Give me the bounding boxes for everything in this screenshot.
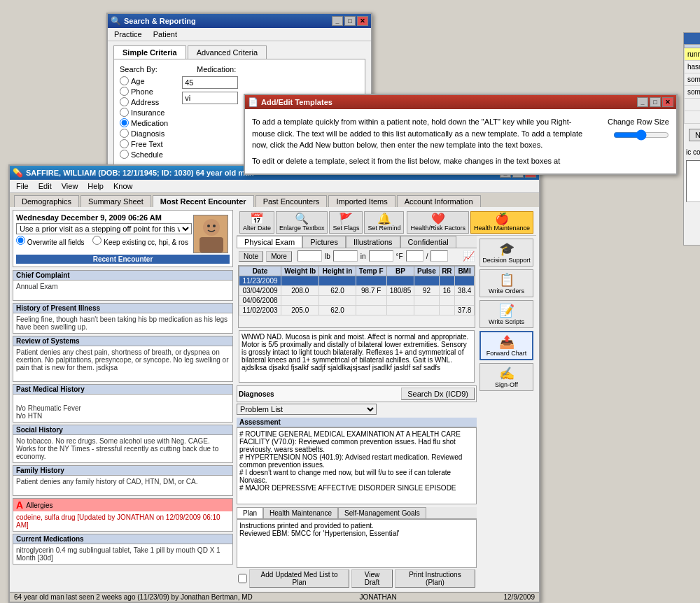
exam-note-area[interactable]: WNWD NAD. Mucosa is pink and moist. Affe… — [239, 330, 475, 383]
height-input[interactable] — [333, 250, 358, 262]
row-size-slider[interactable] — [613, 129, 669, 141]
forward-chart-btn[interactable]: 📤 Forward Chart — [479, 331, 533, 360]
date-3: 04/06/2008 — [239, 296, 281, 306]
radio-keep[interactable] — [92, 236, 102, 245]
new-btn[interactable]: New — [689, 129, 700, 141]
calendar-icon: 📅 — [250, 213, 264, 225]
tab-advanced-criteria[interactable]: Advanced Criteria — [188, 45, 267, 59]
print-instructions-btn[interactable]: Print Instructions (Plan) — [395, 569, 475, 588]
menu-patient[interactable]: Patient — [151, 29, 179, 39]
vitals-row-3[interactable]: 04/06/2008 — [239, 296, 475, 306]
exam-tab-illustrations[interactable]: Illustrations — [346, 236, 400, 248]
write-orders-btn[interactable]: 📋 Write Orders — [479, 269, 533, 297]
decision-support-btn[interactable]: 🎓 Decision Support — [479, 239, 533, 267]
templates-minimize[interactable]: _ — [637, 97, 648, 107]
menu-practice[interactable]: Practice — [112, 29, 144, 39]
height-1 — [319, 276, 356, 286]
complaints-textarea[interactable] — [686, 160, 700, 202]
menu-edit[interactable]: Edit — [36, 181, 54, 191]
vitals-row-4[interactable]: 11/02/2003 205.0 62.0 37.8 — [239, 306, 475, 315]
vitals-row-2[interactable]: 03/04/2009 208.0 62.0 98.7 F 180/85 92 1… — [239, 286, 475, 296]
set-flags-btn[interactable]: 🚩 Set Flags — [329, 211, 363, 234]
radio-phone[interactable] — [120, 87, 129, 96]
radio-schedule[interactable] — [120, 150, 129, 159]
menu-help[interactable]: Help — [85, 181, 106, 191]
tab-summary-sheet[interactable]: Summary Sheet — [80, 195, 151, 207]
health-risk-btn[interactable]: ❤️ Health/Risk Factors — [407, 211, 469, 234]
bp1-input[interactable] — [406, 250, 424, 262]
diagnoses-section: Diagnoses Search Dx (ICD9) Problem List — [237, 385, 477, 415]
tab-demographics[interactable]: Demographics — [14, 195, 79, 207]
rr-4 — [439, 306, 455, 315]
medication-value1[interactable] — [182, 76, 238, 89]
radio-diagnosis[interactable] — [120, 129, 129, 138]
col-pulse: Pulse — [414, 267, 439, 276]
close-btn[interactable]: ✕ — [357, 16, 368, 26]
health-maintenance-label: Health Maintenance — [474, 225, 530, 232]
medication-value2[interactable] — [182, 92, 238, 104]
forward-chart-label: Forward Chart — [486, 350, 527, 357]
vitals-row-1[interactable]: 11/23/2009 — [239, 276, 475, 286]
exam-tab-confidential[interactable]: Confidential — [400, 236, 456, 248]
weight-input[interactable] — [298, 250, 322, 262]
tab-past-encounters[interactable]: Past Encounters — [255, 195, 328, 207]
health-maintenance-btn[interactable]: 🍎 Health Maintenance — [470, 211, 533, 234]
radio-medication[interactable] — [120, 118, 129, 127]
set-remind-btn[interactable]: 🔔 Set Remind — [364, 211, 404, 234]
templates-title: Add/Edit Templates — [261, 98, 332, 106]
encounter-header: Wednesday December 9, 2009 06:26 AM Use … — [13, 210, 233, 267]
sign-off-btn[interactable]: ✍️ Sign-Off — [479, 363, 533, 391]
ros-text: Patient denies any chest pain, shortness… — [16, 348, 229, 371]
encounter-dropdown[interactable]: Use a prior visit as a stepping off poin… — [16, 223, 192, 234]
current-meds-body: nitroglycerin 0.4 mg sublingual tablet, … — [13, 544, 232, 564]
alter-date-btn[interactable]: 📅 Alter Date — [239, 211, 274, 234]
templates-maximize[interactable]: □ — [650, 97, 661, 107]
maximize-btn[interactable]: □ — [344, 16, 356, 26]
menu-know[interactable]: Know — [111, 181, 135, 191]
add-med-checkbox[interactable] — [238, 569, 247, 588]
pulse-1 — [414, 276, 439, 286]
radio-overwrite[interactable] — [16, 236, 25, 245]
tab-imported-items[interactable]: Imported Items — [328, 195, 395, 207]
note-tab-btn[interactable]: Note — [239, 251, 263, 262]
templates-close[interactable]: ✕ — [662, 97, 673, 107]
bp2-input[interactable] — [430, 250, 448, 262]
menu-view[interactable]: View — [59, 181, 80, 191]
minimize-btn[interactable]: _ — [332, 16, 343, 26]
write-scripts-btn[interactable]: 📝 Write Scripts — [479, 300, 533, 328]
radio-insurance[interactable] — [120, 108, 129, 117]
tab-account-info[interactable]: Account Information — [397, 195, 481, 207]
tab-simple-criteria[interactable]: Simple Criteria — [113, 45, 186, 59]
health-maint-tab[interactable]: Health Maintenance — [263, 507, 338, 518]
view-draft-btn[interactable]: View Draft — [351, 569, 393, 588]
enlarge-textbox-btn[interactable]: 🔍 Enlarge Textbox — [276, 211, 328, 234]
self-mgmt-tab[interactable]: Self-Management Goals — [338, 507, 426, 518]
ros-section: Review of Systems Patient denies any che… — [13, 336, 233, 382]
date-2: 03/04/2009 — [239, 286, 281, 296]
problem-list-dropdown[interactable]: Problem List — [237, 404, 377, 415]
exam-top-tabs: Physical Exam Pictures Illustrations Con… — [237, 236, 477, 248]
plan-area[interactable]: Instructions printed and provided to pat… — [237, 519, 477, 568]
temp-input[interactable] — [369, 250, 393, 262]
bmi-2: 38.4 — [455, 286, 475, 296]
radio-age[interactable] — [120, 76, 129, 85]
exam-tab-pictures[interactable]: Pictures — [302, 236, 346, 248]
flags-label: Set Flags — [332, 225, 359, 232]
radio-freetext[interactable] — [120, 139, 129, 148]
chart-icon[interactable]: 📈 — [463, 250, 475, 262]
assessment-area[interactable]: # ROUTINE GENERAL MEDICAL EXAMINATION AT… — [237, 427, 477, 504]
tab-most-recent[interactable]: Most Recent Encounter — [153, 195, 254, 207]
plan-tab[interactable]: Plan — [237, 507, 263, 518]
more-tab-btn[interactable]: More — [266, 251, 292, 262]
shared-row-4: some post-nasal — [685, 86, 701, 99]
menu-file[interactable]: File — [14, 181, 31, 191]
current-meds-header: Current Medications — [13, 534, 232, 544]
search-by-label: Search By: — [120, 65, 176, 73]
add-med-btn[interactable]: Add Updated Med List to Plan — [249, 569, 349, 588]
enlarge-label: Enlarge Textbox — [279, 225, 324, 232]
plan-buttons: Add Updated Med List to Plan View Draft … — [237, 568, 477, 589]
search-dx-btn[interactable]: Search Dx (ICD9) — [401, 388, 475, 400]
radio-address[interactable] — [120, 97, 129, 106]
pmh-section: Past Medical History h/o Rheumatic Fever… — [13, 384, 233, 423]
exam-tab-physical[interactable]: Physical Exam — [237, 236, 302, 248]
